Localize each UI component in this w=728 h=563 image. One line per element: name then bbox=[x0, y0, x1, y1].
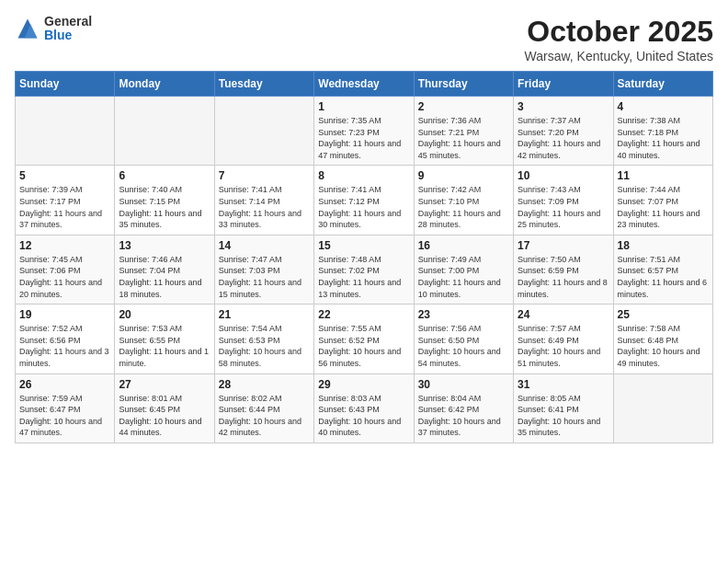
calendar-week-row: 26Sunrise: 7:59 AM Sunset: 6:47 PM Dayli… bbox=[16, 373, 713, 442]
day-info: Sunrise: 7:35 AM Sunset: 7:23 PM Dayligh… bbox=[318, 115, 409, 161]
day-number: 8 bbox=[318, 169, 409, 182]
location-label: Warsaw, Kentucky, United States bbox=[525, 49, 713, 63]
table-row: 17Sunrise: 7:50 AM Sunset: 6:59 PM Dayli… bbox=[514, 235, 613, 304]
header-tuesday: Tuesday bbox=[214, 72, 313, 97]
calendar-week-row: 12Sunrise: 7:45 AM Sunset: 7:06 PM Dayli… bbox=[16, 235, 713, 304]
day-number: 20 bbox=[119, 308, 210, 321]
table-row: 3Sunrise: 7:37 AM Sunset: 7:20 PM Daylig… bbox=[514, 97, 613, 166]
weekday-header-row: Sunday Monday Tuesday Wednesday Thursday… bbox=[16, 72, 713, 97]
day-info: Sunrise: 7:36 AM Sunset: 7:21 PM Dayligh… bbox=[418, 115, 509, 161]
day-number: 2 bbox=[418, 100, 509, 113]
table-row: 18Sunrise: 7:51 AM Sunset: 6:57 PM Dayli… bbox=[613, 235, 712, 304]
day-number: 16 bbox=[418, 239, 509, 252]
day-number: 5 bbox=[19, 169, 110, 182]
table-row bbox=[16, 97, 115, 166]
table-row: 4Sunrise: 7:38 AM Sunset: 7:18 PM Daylig… bbox=[613, 97, 712, 166]
day-number: 19 bbox=[19, 308, 110, 321]
day-number: 14 bbox=[219, 239, 310, 252]
table-row: 21Sunrise: 7:54 AM Sunset: 6:53 PM Dayli… bbox=[214, 304, 313, 373]
calendar-week-row: 19Sunrise: 7:52 AM Sunset: 6:56 PM Dayli… bbox=[16, 304, 713, 373]
day-number: 30 bbox=[418, 378, 509, 391]
logo-general-label: General bbox=[44, 15, 92, 29]
header-friday: Friday bbox=[514, 72, 613, 97]
table-row: 15Sunrise: 7:48 AM Sunset: 7:02 PM Dayli… bbox=[314, 235, 414, 304]
day-number: 18 bbox=[618, 239, 709, 252]
day-info: Sunrise: 8:03 AM Sunset: 6:43 PM Dayligh… bbox=[318, 393, 409, 439]
table-row: 13Sunrise: 7:46 AM Sunset: 7:04 PM Dayli… bbox=[115, 235, 214, 304]
day-info: Sunrise: 7:58 AM Sunset: 6:48 PM Dayligh… bbox=[618, 323, 709, 369]
table-row: 16Sunrise: 7:49 AM Sunset: 7:00 PM Dayli… bbox=[414, 235, 513, 304]
day-info: Sunrise: 7:42 AM Sunset: 7:10 PM Dayligh… bbox=[418, 184, 509, 230]
table-row: 27Sunrise: 8:01 AM Sunset: 6:45 PM Dayli… bbox=[115, 373, 214, 442]
day-number: 6 bbox=[119, 169, 210, 182]
day-info: Sunrise: 8:05 AM Sunset: 6:41 PM Dayligh… bbox=[518, 393, 609, 439]
day-info: Sunrise: 7:51 AM Sunset: 6:57 PM Dayligh… bbox=[618, 254, 709, 300]
day-info: Sunrise: 7:49 AM Sunset: 7:00 PM Dayligh… bbox=[418, 254, 509, 300]
day-info: Sunrise: 8:04 AM Sunset: 6:42 PM Dayligh… bbox=[418, 393, 509, 439]
header-saturday: Saturday bbox=[613, 72, 712, 97]
day-info: Sunrise: 7:43 AM Sunset: 7:09 PM Dayligh… bbox=[518, 184, 609, 230]
day-number: 23 bbox=[418, 308, 509, 321]
day-number: 13 bbox=[119, 239, 210, 252]
month-title: October 2025 bbox=[525, 15, 713, 49]
day-info: Sunrise: 7:46 AM Sunset: 7:04 PM Dayligh… bbox=[119, 254, 210, 300]
day-info: Sunrise: 7:57 AM Sunset: 6:49 PM Dayligh… bbox=[518, 323, 609, 369]
table-row: 7Sunrise: 7:41 AM Sunset: 7:14 PM Daylig… bbox=[214, 166, 313, 235]
day-info: Sunrise: 7:41 AM Sunset: 7:14 PM Dayligh… bbox=[219, 184, 310, 230]
page-header: General Blue October 2025 Warsaw, Kentuc… bbox=[15, 15, 713, 63]
logo-text: General Blue bbox=[44, 15, 92, 43]
day-info: Sunrise: 7:41 AM Sunset: 7:12 PM Dayligh… bbox=[318, 184, 409, 230]
day-number: 31 bbox=[518, 378, 609, 391]
day-number: 9 bbox=[418, 169, 509, 182]
day-info: Sunrise: 7:50 AM Sunset: 6:59 PM Dayligh… bbox=[518, 254, 609, 300]
table-row: 25Sunrise: 7:58 AM Sunset: 6:48 PM Dayli… bbox=[613, 304, 712, 373]
day-number: 7 bbox=[219, 169, 310, 182]
table-row: 28Sunrise: 8:02 AM Sunset: 6:44 PM Dayli… bbox=[214, 373, 313, 442]
day-number: 25 bbox=[618, 308, 709, 321]
table-row: 26Sunrise: 7:59 AM Sunset: 6:47 PM Dayli… bbox=[16, 373, 115, 442]
calendar-table: Sunday Monday Tuesday Wednesday Thursday… bbox=[15, 71, 713, 443]
day-number: 3 bbox=[518, 100, 609, 113]
header-sunday: Sunday bbox=[16, 72, 115, 97]
logo: General Blue bbox=[15, 15, 92, 43]
day-number: 26 bbox=[19, 378, 110, 391]
day-info: Sunrise: 7:37 AM Sunset: 7:20 PM Dayligh… bbox=[518, 115, 609, 161]
day-info: Sunrise: 7:44 AM Sunset: 7:07 PM Dayligh… bbox=[618, 184, 709, 230]
table-row: 9Sunrise: 7:42 AM Sunset: 7:10 PM Daylig… bbox=[414, 166, 513, 235]
table-row: 14Sunrise: 7:47 AM Sunset: 7:03 PM Dayli… bbox=[214, 235, 313, 304]
table-row: 5Sunrise: 7:39 AM Sunset: 7:17 PM Daylig… bbox=[16, 166, 115, 235]
day-number: 4 bbox=[618, 100, 709, 113]
table-row: 11Sunrise: 7:44 AM Sunset: 7:07 PM Dayli… bbox=[613, 166, 712, 235]
table-row: 22Sunrise: 7:55 AM Sunset: 6:52 PM Dayli… bbox=[314, 304, 414, 373]
day-info: Sunrise: 7:53 AM Sunset: 6:55 PM Dayligh… bbox=[119, 323, 210, 369]
calendar-week-row: 1Sunrise: 7:35 AM Sunset: 7:23 PM Daylig… bbox=[16, 97, 713, 166]
day-number: 11 bbox=[618, 169, 709, 182]
table-row: 1Sunrise: 7:35 AM Sunset: 7:23 PM Daylig… bbox=[314, 97, 414, 166]
day-info: Sunrise: 8:02 AM Sunset: 6:44 PM Dayligh… bbox=[219, 393, 310, 439]
day-number: 28 bbox=[219, 378, 310, 391]
day-info: Sunrise: 7:45 AM Sunset: 7:06 PM Dayligh… bbox=[19, 254, 110, 300]
day-number: 1 bbox=[318, 100, 409, 113]
logo-blue-label: Blue bbox=[44, 29, 92, 42]
day-number: 12 bbox=[19, 239, 110, 252]
title-area: October 2025 Warsaw, Kentucky, United St… bbox=[525, 15, 713, 63]
table-row bbox=[115, 97, 214, 166]
day-info: Sunrise: 7:55 AM Sunset: 6:52 PM Dayligh… bbox=[318, 323, 409, 369]
day-info: Sunrise: 7:54 AM Sunset: 6:53 PM Dayligh… bbox=[219, 323, 310, 369]
header-monday: Monday bbox=[115, 72, 214, 97]
day-info: Sunrise: 7:48 AM Sunset: 7:02 PM Dayligh… bbox=[318, 254, 409, 300]
day-info: Sunrise: 7:40 AM Sunset: 7:15 PM Dayligh… bbox=[119, 184, 210, 230]
table-row: 19Sunrise: 7:52 AM Sunset: 6:56 PM Dayli… bbox=[16, 304, 115, 373]
table-row: 30Sunrise: 8:04 AM Sunset: 6:42 PM Dayli… bbox=[414, 373, 513, 442]
table-row bbox=[613, 373, 712, 442]
table-row: 23Sunrise: 7:56 AM Sunset: 6:50 PM Dayli… bbox=[414, 304, 513, 373]
day-number: 22 bbox=[318, 308, 409, 321]
logo-icon bbox=[15, 16, 40, 41]
day-info: Sunrise: 7:56 AM Sunset: 6:50 PM Dayligh… bbox=[418, 323, 509, 369]
day-info: Sunrise: 7:52 AM Sunset: 6:56 PM Dayligh… bbox=[19, 323, 110, 369]
day-info: Sunrise: 7:38 AM Sunset: 7:18 PM Dayligh… bbox=[618, 115, 709, 161]
table-row: 6Sunrise: 7:40 AM Sunset: 7:15 PM Daylig… bbox=[115, 166, 214, 235]
day-info: Sunrise: 7:39 AM Sunset: 7:17 PM Dayligh… bbox=[19, 184, 110, 230]
day-info: Sunrise: 7:47 AM Sunset: 7:03 PM Dayligh… bbox=[219, 254, 310, 300]
day-number: 21 bbox=[219, 308, 310, 321]
